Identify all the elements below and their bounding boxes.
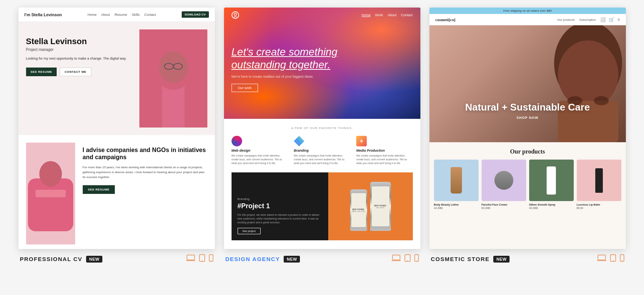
cv-nav-home: Home: [88, 13, 97, 17]
cv-new-badge: NEW: [86, 256, 102, 263]
cosmetic-banner: Free shipping on all orders over $80: [429, 8, 626, 14]
cosmetic-card-title: COSMETIC STORE: [431, 256, 490, 262]
cosmetic-preview-box[interactable]: Free shipping on all orders over $80 cos…: [429, 8, 626, 249]
cv-nav-resume: Resume: [114, 13, 127, 17]
cosmetic-card-footer: COSMETIC STORE NEW: [429, 249, 626, 264]
agency-nav-work: Work: [375, 13, 383, 17]
product-name-lotion: Body Beauty Lotion: [434, 203, 479, 206]
agency-title-end: together.: [286, 59, 330, 71]
project-cans: BEYOND HARD SELTZER BEYOND SELTZER: [350, 182, 391, 231]
cosmetic-hero-bg: [429, 25, 626, 142]
cosmetic-laptop-icon: [597, 255, 606, 263]
svg-point-27: [613, 260, 613, 261]
agency-services-section: A FEW OF OUR FAVORITE THINGS: Web design…: [224, 119, 420, 249]
agency-laptop-icon: [392, 255, 401, 263]
svg-rect-7: [36, 190, 66, 197]
media-icon: [356, 136, 367, 146]
agency-logo-icon: [232, 11, 239, 19]
product-img-lip: [577, 160, 621, 201]
cosmetic-products-grid: Body Beauty Lotion 42.00₪ Fanciful Face …: [434, 160, 621, 210]
agency-new-badge: NEW: [284, 256, 300, 263]
agency-hero: Home Work About Contact Let's create som…: [224, 8, 420, 119]
agency-project-desc: For this project, we were asked to rebra…: [238, 213, 322, 224]
instagram-icon[interactable]: ⬜: [600, 17, 606, 22]
agency-template-card: Home Work About Contact Let's create som…: [224, 8, 420, 264]
agency-nav-links: Home Work About Contact: [361, 13, 412, 17]
agency-nav-home: Home: [361, 13, 371, 17]
svg-point-13: [234, 13, 236, 15]
cv-person-name: Stella Levinson: [26, 37, 133, 46]
cv-person-illustration: [139, 29, 207, 128]
agency-title-plain: Let's create: [232, 46, 289, 58]
svg-rect-25: [598, 255, 605, 260]
cosmetic-product-spray[interactable]: Silken Smooth Spray 40.00₪: [529, 160, 574, 210]
svg-point-21: [558, 40, 618, 108]
agency-phone-icon: [414, 254, 419, 264]
agency-project-showcase: Branding #Project 1 For this project, we…: [232, 172, 413, 240]
web-design-icon: [232, 136, 242, 146]
cosmetic-hero-title: Natural + Sustainable Care: [429, 102, 626, 113]
cart-icon[interactable]: 🛒: [609, 17, 615, 22]
cosmetic-product-lip[interactable]: Luscious Lip Balm $5.00: [577, 160, 621, 210]
cosmetic-nav-icons: ⬜ 🛒 0: [600, 17, 619, 22]
agency-nav: Home Work About Contact: [224, 8, 420, 23]
cv-see-resume-btn[interactable]: SEE RESUME: [26, 68, 57, 76]
cosmetic-logo: cosmeti[co]: [436, 17, 456, 22]
person-svg: [513, 25, 626, 142]
agency-brand-name: Branding: [294, 149, 350, 152]
cosmetic-shop-btn[interactable]: SHOP NOW: [429, 116, 626, 120]
cosmetic-nav: cosmeti[co] Our products Subscription ⬜ …: [429, 14, 626, 25]
can-1: BEYOND HARD SELTZER: [350, 189, 367, 231]
agency-service-brand: Branding We create campaigns that invite…: [294, 136, 350, 165]
agency-hero-sub: We're here to create realities out of yo…: [232, 75, 413, 78]
agency-project-left: Branding #Project 1 For this project, we…: [232, 172, 328, 240]
svg-point-19: [416, 260, 417, 261]
product-name-spray: Silken Smooth Spray: [529, 203, 574, 206]
cosmetic-new-badge: NEW: [493, 256, 510, 263]
agency-media-name: Media Production: [356, 149, 412, 152]
agency-tablet-icon: [405, 254, 411, 264]
agency-preview-box[interactable]: Home Work About Contact Let's create som…: [224, 8, 420, 249]
cv-see-resume-btn-2[interactable]: SEE RESUME: [83, 185, 115, 194]
svg-point-6: [39, 161, 62, 187]
cosmetic-template-card: Free shipping on all orders over $80 cos…: [429, 8, 626, 264]
agency-card-footer: DESIGN AGENCY NEW: [224, 249, 420, 264]
cv-contact-btn[interactable]: CONTACT ME: [60, 68, 91, 76]
agency-web-name: Web design: [232, 149, 288, 152]
cosmetic-nav-products: Our products: [557, 18, 575, 22]
cv-card-title: PROFESSIONAL CV: [20, 256, 83, 262]
product-price-lotion: 42.00₪: [434, 207, 479, 210]
can-1-label: BEYOND HARD SELTZER: [351, 193, 366, 227]
agency-section-title: A FEW OF OUR FAVORITE THINGS:: [232, 126, 413, 130]
agency-project-title: #Project 1: [238, 202, 322, 210]
agency-see-project-btn[interactable]: See project: [238, 228, 261, 234]
svg-rect-15: [392, 255, 400, 260]
svg-point-10: [202, 260, 202, 261]
agency-hero-content: Let's create somethingoutstanding togeth…: [232, 34, 413, 92]
phone-icon: [209, 254, 213, 264]
cosmetic-product-lotion[interactable]: Body Beauty Lotion 42.00₪: [434, 160, 479, 210]
cv-nav-logo: I'm Stella Levinson: [25, 12, 62, 17]
cv-nav-about: About: [101, 13, 110, 17]
cosmetic-product-cream[interactable]: Fanciful Face Cream 60.00₪: [482, 160, 526, 210]
cv-hero-section: Stella Levinson Project manager Looking …: [19, 22, 215, 135]
svg-point-12: [211, 260, 212, 261]
cv-nav: I'm Stella Levinson Home About Resume Sk…: [19, 8, 215, 22]
can-2: BEYOND SELTZER: [370, 182, 391, 231]
cv-bottom-photo: [26, 143, 75, 244]
cosmetic-products-title: Our products: [434, 148, 621, 155]
svg-marker-14: [360, 139, 363, 143]
cv-person-desc: Looking for my next opportunity to make …: [26, 56, 133, 61]
agency-our-work-btn[interactable]: Our work: [232, 84, 258, 92]
cv-photo-area: [139, 29, 207, 128]
cosmetic-phone-icon: [620, 254, 624, 264]
branding-icon: [294, 136, 304, 146]
cv-left-content: Stella Levinson Project manager Looking …: [26, 29, 139, 128]
cv-preview-box[interactable]: I'm Stella Levinson Home About Resume Sk…: [19, 8, 215, 249]
cosmetic-products-section: Our products Body Beauty Lotion 42.00₪: [429, 142, 626, 249]
cv-template-card: I'm Stella Levinson Home About Resume Sk…: [19, 8, 215, 264]
cosmetic-hero-text: Natural + Sustainable Care SHOP NOW: [429, 102, 626, 120]
cosmetic-tablet-icon: [610, 254, 616, 264]
cosmetic-nav-subscription: Subscription: [579, 18, 596, 22]
cv-download-btn[interactable]: DOWLOAD CV: [182, 11, 209, 18]
